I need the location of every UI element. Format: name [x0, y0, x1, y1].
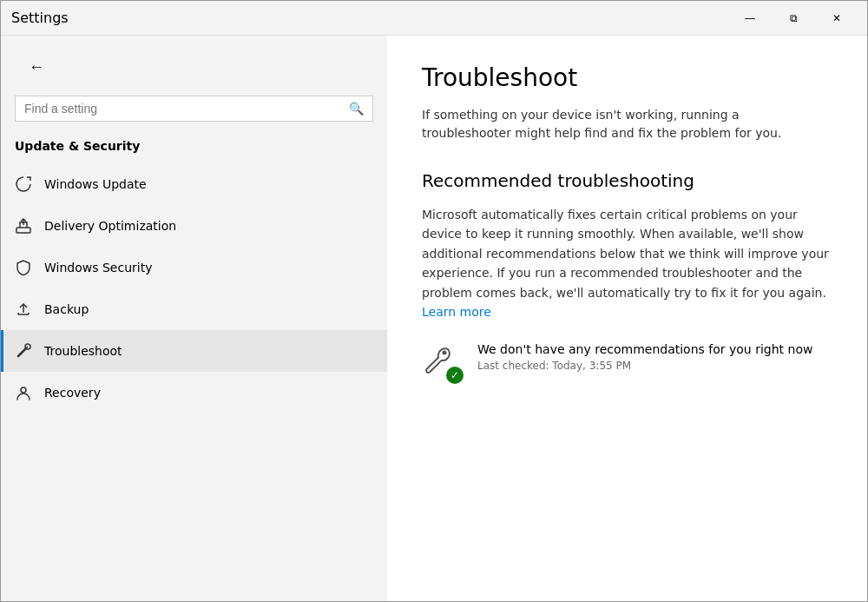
sidebar-item-troubleshoot[interactable]: Troubleshoot [1, 330, 387, 372]
delivery-optimization-label: Delivery Optimization [44, 219, 176, 233]
troubleshoot-icon [15, 342, 32, 360]
sidebar-top: ← [1, 43, 387, 89]
sidebar-item-delivery-optimization[interactable]: Delivery Optimization [1, 205, 387, 247]
close-button[interactable]: ✕ [817, 5, 857, 31]
svg-point-9 [443, 351, 447, 355]
windows-security-label: Windows Security [44, 261, 152, 275]
titlebar-title: Settings [11, 10, 69, 26]
titlebar-left: Settings [11, 10, 69, 26]
sidebar-section-title: Update & Security [1, 136, 387, 163]
recommendation-main-text: We don't have any recommendations for yo… [477, 342, 812, 356]
windows-update-icon [15, 175, 32, 193]
content-area: Troubleshoot If something on your device… [387, 36, 867, 601]
troubleshoot-label: Troubleshoot [44, 344, 122, 358]
back-button[interactable]: ← [15, 51, 65, 83]
svg-point-8 [21, 387, 26, 393]
windows-update-label: Windows Update [44, 177, 147, 191]
search-container[interactable]: 🔍 [15, 96, 373, 122]
recovery-icon [15, 384, 32, 401]
search-input[interactable] [24, 102, 349, 116]
titlebar: Settings — ⧉ ✕ [1, 1, 867, 36]
recommendation-text: We don't have any recommendations for yo… [477, 342, 812, 372]
maximize-button[interactable]: ⧉ [773, 5, 813, 31]
sidebar-item-windows-security[interactable]: Windows Security [1, 247, 387, 288]
delivery-optimization-icon [15, 217, 32, 235]
svg-line-7 [26, 347, 28, 348]
backup-icon [15, 301, 32, 318]
backup-label: Backup [44, 302, 89, 316]
learn-more-link[interactable]: Learn more [422, 305, 491, 319]
check-badge-icon: ✓ [446, 367, 464, 384]
windows-security-icon [15, 259, 32, 276]
page-description: If something on your device isn't workin… [422, 106, 832, 142]
sidebar-item-windows-update[interactable]: Windows Update [1, 163, 387, 205]
minimize-button[interactable]: — [730, 5, 770, 31]
sidebar: ← 🔍 Update & Security Windows Update [1, 36, 387, 601]
search-icon: 🔍 [349, 102, 364, 116]
recovery-label: Recovery [44, 386, 101, 400]
page-title: Troubleshoot [422, 63, 832, 92]
sidebar-item-recovery[interactable]: Recovery [1, 372, 387, 413]
svg-rect-0 [16, 228, 30, 233]
recommendation-sub-text: Last checked: Today, 3:55 PM [477, 360, 812, 372]
recommendation-icons: ✓ [422, 342, 464, 384]
sidebar-item-backup[interactable]: Backup [1, 288, 387, 330]
recommended-section-title: Recommended troubleshooting [422, 170, 832, 191]
section-description: Microsoft automatically fixes certain cr… [422, 205, 832, 321]
back-arrow-icon: ← [29, 58, 44, 76]
titlebar-controls: — ⧉ ✕ [730, 5, 857, 31]
recommendation-item: ✓ We don't have any recommendations for … [422, 342, 832, 384]
main-layout: ← 🔍 Update & Security Windows Update [1, 36, 867, 601]
